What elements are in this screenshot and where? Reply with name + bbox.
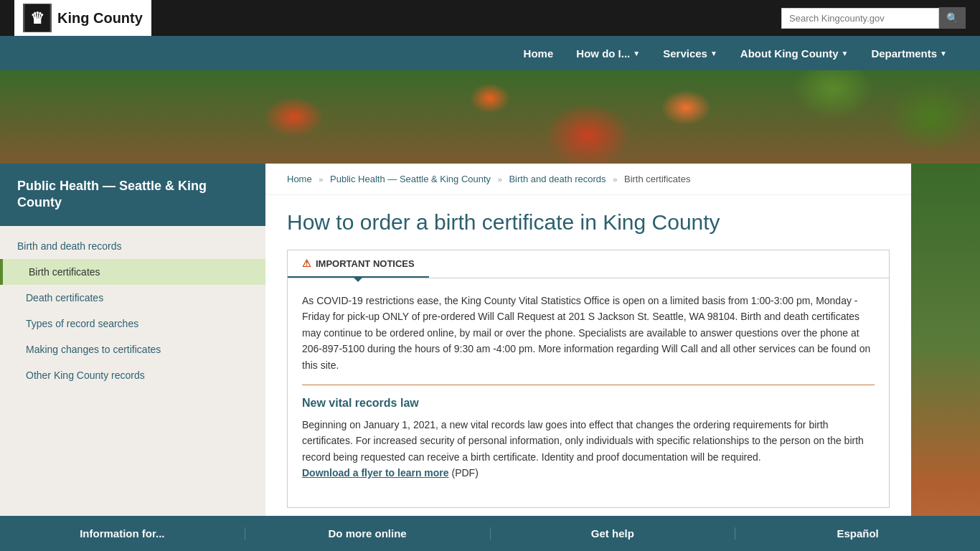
new-law-title: New vital records law <box>302 397 875 410</box>
svg-text:♛: ♛ <box>30 9 44 27</box>
breadcrumb-birth-death[interactable]: Birth and death records <box>509 174 606 184</box>
breadcrumb: Home » Public Health — Seattle & King Co… <box>265 164 911 195</box>
sidebar-link-death-certs[interactable]: Death certificates <box>0 285 265 311</box>
footer-col-3[interactable]: Get help <box>491 527 736 540</box>
download-link[interactable]: Download a flyer to learn more <box>302 467 449 479</box>
sidebar-item-making-changes[interactable]: Making changes to certificates <box>0 336 265 362</box>
warning-icon: ⚠ <box>302 258 311 269</box>
footer-col-2-label: Do more online <box>329 527 407 540</box>
breadcrumb-current: Birth certificates <box>624 174 690 184</box>
logo-area: ♛ King County <box>14 0 151 36</box>
sidebar-item-record-searches[interactable]: Types of record searches <box>0 311 265 336</box>
sidebar-nav: Birth and death records Birth certificat… <box>0 226 265 395</box>
chevron-down-icon: ▼ <box>710 50 717 57</box>
footer-col-3-label: Get help <box>591 527 634 540</box>
notices-tab-label: IMPORTANT NOTICES <box>316 258 415 269</box>
sidebar-title: Public Health — Seattle & King County <box>0 164 265 226</box>
content-area: Home » Public Health — Seattle & King Co… <box>265 164 911 551</box>
search-input[interactable] <box>781 8 939 29</box>
nav-about[interactable]: About King County ▼ <box>729 36 860 70</box>
nav-how-do-i[interactable]: How do I... ▼ <box>565 36 651 70</box>
sidebar-item-death-certs[interactable]: Death certificates <box>0 285 265 311</box>
download-suffix: (PDF) <box>452 467 479 479</box>
footer-col-1[interactable]: Information for... <box>0 527 245 540</box>
search-area: 🔍 <box>781 7 966 29</box>
top-bar: ♛ King County 🔍 <box>0 0 980 36</box>
footer-col-2[interactable]: Do more online <box>245 527 491 540</box>
main-nav: Home How do I... ▼ Services ▼ About King… <box>0 36 980 70</box>
breadcrumb-sep-1: » <box>319 175 323 184</box>
sidebar-link-record-searches[interactable]: Types of record searches <box>0 311 265 336</box>
chevron-down-icon: ▼ <box>841 50 848 57</box>
sidebar-item-other-records[interactable]: Other King County records <box>0 362 265 388</box>
sidebar: Public Health — Seattle & King County Bi… <box>0 164 265 551</box>
search-button[interactable]: 🔍 <box>939 7 966 29</box>
notices-tab-body: As COVID-19 restrictions ease, the King … <box>288 278 889 507</box>
footer-col-4[interactable]: Español <box>735 527 980 540</box>
sidebar-item-birth-death[interactable]: Birth and death records <box>0 233 265 259</box>
sidebar-link-birth-death[interactable]: Birth and death records <box>0 233 265 259</box>
notices-tab-button[interactable]: ⚠ IMPORTANT NOTICES <box>288 250 429 278</box>
hero-image <box>0 70 980 164</box>
footer: Information for... Do more online Get he… <box>0 516 980 551</box>
breadcrumb-public-health[interactable]: Public Health — Seattle & King County <box>330 174 491 184</box>
notices-body-text: As COVID-19 restrictions ease, the King … <box>302 293 875 373</box>
page-title: How to order a birth certificate in King… <box>287 209 890 235</box>
sidebar-link-other-records[interactable]: Other King County records <box>0 362 265 388</box>
chevron-down-icon: ▼ <box>633 50 640 57</box>
sidebar-item-birth-certs[interactable]: Birth certificates <box>0 259 265 285</box>
breadcrumb-sep-3: » <box>613 175 617 184</box>
sidebar-link-making-changes[interactable]: Making changes to certificates <box>0 336 265 362</box>
logo-text: King County <box>57 9 143 27</box>
king-county-logo-icon: ♛ <box>23 4 52 32</box>
page-content: How to order a birth certificate in King… <box>265 195 911 551</box>
notices-tab-container: ⚠ IMPORTANT NOTICES As COVID-19 restrict… <box>287 250 890 508</box>
download-link-text: Download a flyer to learn more <box>302 467 449 479</box>
sidebar-link-birth-certs[interactable]: Birth certificates <box>3 259 265 285</box>
new-law-body-text: Beginning on January 1, 2021, a new vita… <box>302 419 864 463</box>
nav-departments[interactable]: Departments ▼ <box>859 36 958 70</box>
breadcrumb-sep-2: » <box>498 175 502 184</box>
footer-col-1-label: Information for... <box>80 527 164 540</box>
new-law-body: Beginning on January 1, 2021, a new vita… <box>302 417 875 481</box>
notices-tab-header: ⚠ IMPORTANT NOTICES <box>288 250 889 278</box>
breadcrumb-home[interactable]: Home <box>287 174 312 184</box>
chevron-down-icon: ▼ <box>940 50 947 57</box>
nav-services[interactable]: Services ▼ <box>651 36 729 70</box>
right-decorative-strip <box>911 164 980 551</box>
nav-home[interactable]: Home <box>512 36 565 70</box>
notices-divider <box>302 385 875 385</box>
main-layout: Public Health — Seattle & King County Bi… <box>0 164 980 551</box>
footer-col-4-label: Español <box>837 527 878 540</box>
